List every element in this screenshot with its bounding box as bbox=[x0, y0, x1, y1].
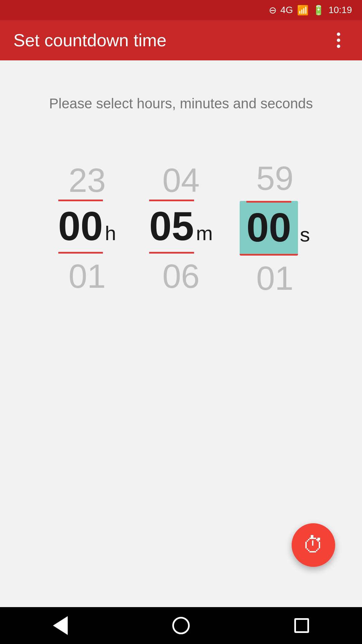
minutes-column[interactable]: 04 05 m 06 bbox=[137, 156, 225, 301]
minutes-label: m bbox=[196, 222, 213, 245]
menu-dot-2 bbox=[337, 39, 340, 42]
seconds-current[interactable]: 00 bbox=[240, 201, 298, 256]
minutes-current[interactable]: 05 bbox=[149, 203, 194, 254]
nav-bar bbox=[0, 607, 362, 644]
seconds-below: 01 bbox=[256, 256, 293, 303]
time-picker[interactable]: 23 00 h 01 04 05 m 06 59 00 s 01 bbox=[44, 154, 318, 303]
minutes-above: 04 bbox=[162, 156, 199, 203]
hours-above: 23 bbox=[68, 156, 106, 203]
do-not-disturb-icon: ⊖ bbox=[269, 5, 277, 16]
home-icon bbox=[172, 617, 190, 634]
back-button[interactable] bbox=[47, 612, 74, 639]
menu-dot-3 bbox=[337, 45, 340, 48]
home-button[interactable] bbox=[168, 612, 194, 639]
menu-dot-1 bbox=[337, 33, 340, 36]
more-options-button[interactable] bbox=[328, 33, 349, 48]
hours-current-row[interactable]: 00 h bbox=[58, 203, 116, 254]
battery-icon: 🔋 bbox=[313, 5, 324, 16]
minutes-below: 06 bbox=[162, 254, 199, 301]
seconds-column[interactable]: 59 00 s 01 bbox=[231, 154, 318, 303]
status-bar: ⊖ 4G 📶 🔋 10:19 bbox=[0, 0, 362, 20]
start-timer-fab[interactable]: ⏱ bbox=[292, 523, 335, 567]
instruction-text: Please select hours, minutes and seconds bbox=[29, 94, 333, 114]
time-display: 10:19 bbox=[328, 5, 352, 15]
page-title: Set countdown time bbox=[13, 30, 167, 50]
back-icon bbox=[53, 616, 68, 635]
main-content: Please select hours, minutes and seconds… bbox=[0, 60, 362, 607]
app-bar: Set countdown time bbox=[0, 20, 362, 60]
seconds-label: s bbox=[300, 223, 310, 246]
recents-button[interactable] bbox=[288, 612, 315, 639]
seconds-current-row[interactable]: 00 s bbox=[240, 201, 310, 256]
status-icons: ⊖ 4G 📶 🔋 10:19 bbox=[269, 5, 352, 16]
minutes-current-row[interactable]: 05 m bbox=[149, 203, 213, 254]
signal-icon: 📶 bbox=[297, 5, 309, 16]
network-label: 4G bbox=[281, 5, 293, 15]
hours-current[interactable]: 00 bbox=[58, 203, 103, 254]
hours-below: 01 bbox=[68, 254, 106, 301]
timer-icon: ⏱ bbox=[303, 533, 324, 557]
hours-label: h bbox=[105, 222, 116, 245]
hours-column[interactable]: 23 00 h 01 bbox=[44, 156, 131, 301]
recents-icon bbox=[294, 618, 309, 633]
seconds-above: 59 bbox=[256, 154, 293, 201]
